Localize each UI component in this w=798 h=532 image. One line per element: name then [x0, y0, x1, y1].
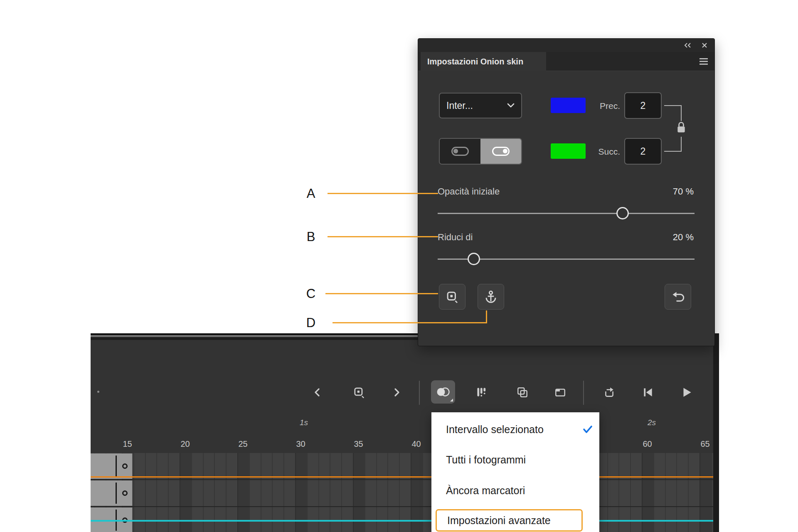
- step-back-button[interactable]: [639, 383, 657, 401]
- menu-item-tutti-i-fotogrammi[interactable]: Tutti i fotogrammi: [431, 446, 599, 473]
- onion-skin-outlines-button[interactable]: [472, 383, 490, 401]
- slider-track: [438, 213, 695, 214]
- frame-number: 25: [214, 438, 272, 450]
- timeline-panel: 1s 2s 15 20 25 30 35 40 45 50 55 60 65: [91, 333, 719, 532]
- marker-range-icon: [446, 290, 459, 303]
- reduce-slider[interactable]: [438, 252, 695, 266]
- next-frames-label: Succ.: [584, 147, 620, 157]
- annotation-letter-b: B: [303, 229, 319, 244]
- empty-keyframe-icon: [122, 463, 128, 469]
- onion-marker-toolbar-button[interactable]: [350, 383, 368, 401]
- collapse-panel-icon[interactable]: [683, 42, 692, 49]
- opacity-slider[interactable]: [438, 207, 695, 220]
- chevron-right-icon: [391, 387, 402, 398]
- timeline-layer-row[interactable]: [91, 507, 719, 532]
- anchor-markers-button[interactable]: [478, 284, 504, 310]
- next-frames-color-swatch[interactable]: [551, 143, 586, 159]
- toggle-on-option[interactable]: [480, 139, 521, 164]
- toggle-off-option[interactable]: [440, 139, 480, 164]
- menu-item-label: Impostazioni avanzate: [447, 515, 551, 527]
- frame-icon: [554, 386, 566, 399]
- panel-title: Impostazioni Onion skin: [427, 57, 523, 66]
- screenshot-root: A B C D: [0, 0, 798, 532]
- frame-ruler[interactable]: 15 20 25 30 35 40 45 50 55 60 65: [99, 438, 719, 450]
- ruler-second-label: 2s: [643, 418, 661, 427]
- timeline-layer-row[interactable]: [91, 480, 719, 507]
- frame-number: 15: [99, 438, 156, 450]
- menu-item-ancora-marcatori[interactable]: Àncora marcatori: [431, 477, 599, 504]
- onion-skin-mode-toggle[interactable]: [439, 138, 522, 165]
- panel-menu-icon[interactable]: [699, 57, 709, 66]
- link-bracket-bottom: [664, 137, 682, 152]
- panel-tab-bar: Impostazioni Onion skin: [418, 52, 714, 71]
- frame-number: 60: [618, 438, 676, 450]
- play-icon: [680, 386, 693, 399]
- reset-icon: [671, 290, 685, 303]
- menu-item-label: Tutti i fotogrammi: [446, 454, 526, 466]
- lock-icon[interactable]: [676, 121, 687, 136]
- reduce-value: 20 %: [673, 232, 694, 243]
- annotation-line-a: [328, 193, 438, 194]
- toolbar-divider: [583, 381, 584, 405]
- reset-button[interactable]: [665, 284, 691, 310]
- previous-keyframe-button[interactable]: [308, 383, 327, 401]
- menu-item-impostazioni-avanzate[interactable]: Impostazioni avanzate: [436, 509, 583, 532]
- range-type-dropdown[interactable]: Inter...: [439, 93, 522, 118]
- reduce-slider-handle[interactable]: [468, 253, 480, 265]
- keyframe-span[interactable]: [91, 480, 133, 506]
- toolbar-divider: [419, 381, 420, 405]
- chevron-left-icon: [312, 387, 323, 398]
- empty-keyframe-icon: [122, 490, 128, 496]
- onion-skin-settings-panel: Impostazioni Onion skin Inter... Prec. S…: [418, 38, 715, 346]
- annotation-line-c: [325, 293, 438, 294]
- dropdown-caret-icon: [450, 399, 453, 401]
- keyframe-marker: [116, 483, 117, 504]
- menu-item-label: Àncora marcatori: [446, 485, 525, 497]
- opacity-value: 70 %: [673, 186, 694, 197]
- play-button[interactable]: [677, 383, 696, 401]
- dropdown-value: Inter...: [446, 100, 473, 111]
- loop-icon: [603, 386, 616, 399]
- next-frames-count-field[interactable]: 2: [624, 138, 662, 165]
- close-panel-icon[interactable]: [701, 42, 708, 49]
- keyframe-span[interactable]: [91, 453, 133, 479]
- toggle-on-icon: [492, 147, 510, 156]
- keyframe-marker: [116, 456, 117, 477]
- loop-playback-button[interactable]: [600, 383, 618, 401]
- onion-outlines-icon: [475, 386, 488, 399]
- onion-marker-button[interactable]: [439, 284, 466, 310]
- frame-number: 20: [156, 438, 214, 450]
- chevron-down-icon: [507, 103, 515, 108]
- menu-item-label: Intervallo selezionato: [446, 424, 544, 436]
- onion-skin-icon: [434, 386, 452, 398]
- prev-frames-count-field[interactable]: 2: [624, 92, 662, 119]
- edit-multiple-frames-button[interactable]: [513, 383, 532, 401]
- selection-highlight-line: [91, 520, 719, 522]
- annotation-line-b: [328, 236, 438, 237]
- previous-frames-color-swatch[interactable]: [551, 98, 586, 113]
- next-keyframe-button[interactable]: [387, 383, 406, 401]
- ruler-second-label: 1s: [295, 418, 313, 427]
- menu-item-intervallo-selezionato[interactable]: Intervallo selezionato: [431, 416, 599, 443]
- timeline-scrollbar[interactable]: [713, 333, 719, 532]
- marker-range-icon: [353, 386, 365, 399]
- annotation-letter-a: A: [303, 186, 319, 201]
- timeline-toolbar: [91, 375, 719, 413]
- tab-onion-skin-settings[interactable]: Impostazioni Onion skin: [421, 52, 546, 71]
- frame-number: 65: [676, 438, 719, 450]
- opacity-label: Opacità iniziale: [438, 186, 500, 197]
- onion-skin-button[interactable]: [431, 380, 455, 404]
- reduce-label: Riduci di: [438, 232, 473, 243]
- panel-titlebar: [418, 39, 714, 52]
- annotation-line-d-horizontal: [332, 322, 487, 323]
- annotation-line-d-vertical: [486, 310, 487, 323]
- frame-number: 30: [272, 438, 330, 450]
- prev-frames-label: Prec.: [584, 101, 620, 111]
- onion-skin-context-menu: Intervallo selezionato Tutti i fotogramm…: [431, 412, 599, 532]
- step-back-icon: [642, 386, 654, 399]
- opacity-slider-handle[interactable]: [616, 207, 629, 219]
- insert-frame-button[interactable]: [551, 383, 569, 401]
- anchor-icon: [484, 290, 498, 304]
- annotation-letter-d: D: [303, 315, 319, 330]
- frame-number: 35: [330, 438, 387, 450]
